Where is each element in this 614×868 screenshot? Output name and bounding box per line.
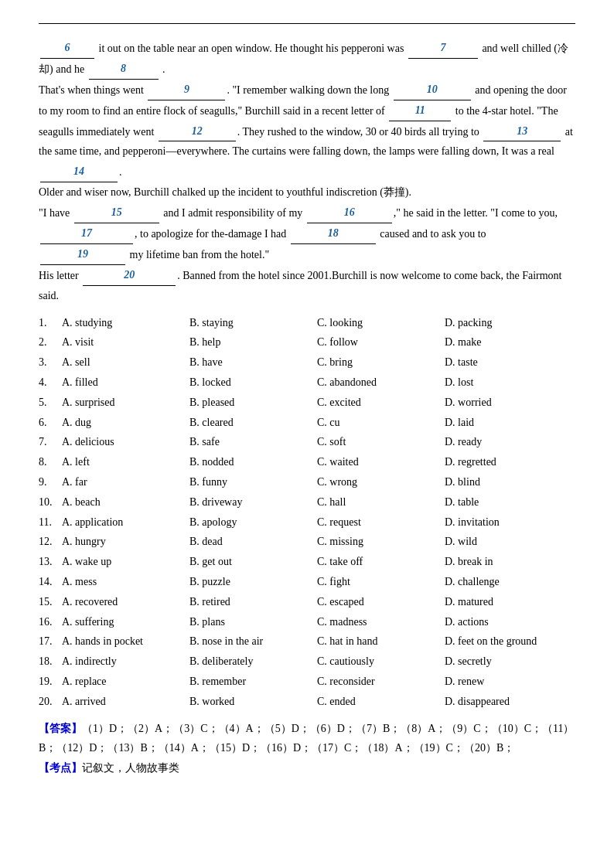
passage-line-4: "I have 15 and I admit responsibility of…	[39, 207, 558, 260]
kaodian-label: 【考点】	[39, 762, 82, 774]
passage-line-2: That's when things went 9. "I remember w…	[39, 84, 573, 179]
choice-row-6: 6. A. dug B. cleared C. cu D. laid	[39, 414, 575, 432]
choice-row-8: 8. A. left B. nodded C. waited D. regret…	[39, 453, 575, 471]
choice-row-16: 16. A. suffering B. plans C. madness D. …	[39, 613, 575, 631]
choice-row-12: 12. A. hungry B. dead C. missing D. wild	[39, 533, 575, 551]
choice-row-11: 11. A. application B. apology C. request…	[39, 513, 575, 532]
choice-row-18: 18. A. indirectly B. deliberately C. cau…	[39, 652, 575, 671]
choice-row-19: 19. A. replace B. remember C. reconsider…	[39, 672, 575, 691]
answer-line: 【答案】（1）D；（2）A；（3）C；（4）A；（5）D；（6）D；（7）B；（…	[39, 719, 575, 759]
choice-row-20: 20. A. arrived B. worked C. ended D. dis…	[39, 693, 575, 711]
choice-row-9: 9. A. far B. funny C. wrong D. blind	[39, 473, 575, 492]
kaodian-text: 记叙文，人物故事类	[82, 762, 179, 774]
answer-text: （1）D；（2）A；（3）C；（4）A；（5）D；（6）D；（7）B；（8）A；…	[39, 723, 575, 754]
choice-row-1: 1. A. studying B. staying C. looking D. …	[39, 314, 575, 332]
choice-row-5: 5. A. surprised B. pleased C. excited D.…	[39, 393, 575, 412]
choice-row-17: 17. A. hands in pocket B. nose in the ai…	[39, 632, 575, 651]
passage-line-3: Older and wiser now, Burchill chalked up…	[39, 186, 411, 198]
passage-line-1: 6 it out on the table near an open windo…	[39, 43, 568, 75]
choice-row-13: 13. A. wake up B. get out C. take off D.…	[39, 553, 575, 571]
top-divider	[39, 23, 575, 24]
kaodian-line: 【考点】记叙文，人物故事类	[39, 758, 575, 778]
answer-label: 【答案】	[39, 723, 82, 734]
choice-row-14: 14. A. mess B. puzzle C. fight D. challe…	[39, 573, 575, 591]
choice-row-10: 10. A. beach B. driveway C. hall D. tabl…	[39, 493, 575, 512]
choice-row-4: 4. A. filled B. locked C. abandoned D. l…	[39, 373, 575, 392]
choice-row-2: 2. A. visit B. help C. follow D. make	[39, 333, 575, 352]
choice-row-15: 15. A. recovered B. retired C. escaped D…	[39, 593, 575, 611]
choice-row-3: 3. A. sell B. have C. bring D. taste	[39, 353, 575, 372]
choices-section: 1. A. studying B. staying C. looking D. …	[39, 314, 575, 711]
answer-section: 【答案】（1）D；（2）A；（3）C；（4）A；（5）D；（6）D；（7）B；（…	[39, 719, 575, 779]
choice-row-7: 7. A. delicious B. safe C. soft D. ready	[39, 433, 575, 451]
passage-text: 6 it out on the table near an open windo…	[39, 38, 575, 306]
passage-line-5: His letter 20. Banned from the hotel sin…	[39, 270, 562, 301]
